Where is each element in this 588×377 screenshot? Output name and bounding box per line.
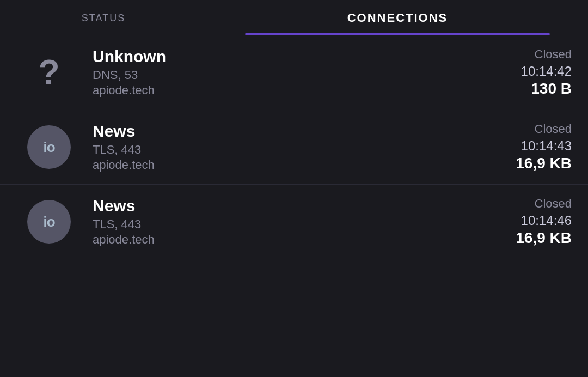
connection-info-1: Unknown DNS, 53 apiode.tech [82,47,463,98]
io-icon-2: io [43,139,54,156]
connection-name-2: News [93,122,463,141]
icon-area-1: ? [16,55,82,90]
stat-size-1: 130 B [463,80,572,98]
connection-info-3: News TLS, 443 apiode.tech [82,197,463,247]
icon-area-2: io [16,125,82,169]
app-icon-circle-2: io [27,125,71,169]
stat-status-2: Closed [463,122,572,136]
io-icon-3: io [43,214,54,230]
connection-protocol-3: TLS, 443 [93,217,463,232]
connection-domain-2: apiode.tech [93,158,463,172]
stat-time-3: 10:14:46 [463,213,572,228]
connection-row-2[interactable]: io News TLS, 443 apiode.tech Closed 10:1… [0,110,588,185]
app-container: STATUS CONNECTIONS ? Unknown DNS, 53 api… [0,0,588,259]
connection-name-1: Unknown [93,47,463,66]
connection-row-1[interactable]: ? Unknown DNS, 53 apiode.tech Closed 10:… [0,35,588,110]
connection-protocol-2: TLS, 443 [93,143,463,157]
connection-domain-3: apiode.tech [93,233,463,247]
stat-size-2: 16,9 KB [463,155,572,172]
status-column-header: STATUS [0,13,207,34]
connection-row-3[interactable]: io News TLS, 443 apiode.tech Closed 10:1… [0,185,588,259]
unknown-icon: ? [38,55,59,90]
connection-stats-3: Closed 10:14:46 16,9 KB [463,197,572,247]
header: STATUS CONNECTIONS [0,0,588,35]
stat-status-1: Closed [463,47,572,62]
stat-size-3: 16,9 KB [463,229,572,247]
connection-stats-1: Closed 10:14:42 130 B [463,47,572,98]
icon-area-3: io [16,200,82,244]
connection-info-2: News TLS, 443 apiode.tech [82,122,463,172]
connection-protocol-1: DNS, 53 [93,68,463,82]
connection-domain-1: apiode.tech [93,83,463,98]
app-icon-circle-3: io [27,200,71,244]
connection-name-3: News [93,197,463,215]
connections-column-header: CONNECTIONS [207,11,588,35]
stat-time-2: 10:14:43 [463,138,572,154]
connection-stats-2: Closed 10:14:43 16,9 KB [463,122,572,172]
stat-status-3: Closed [463,197,572,211]
stat-time-1: 10:14:42 [463,64,572,79]
